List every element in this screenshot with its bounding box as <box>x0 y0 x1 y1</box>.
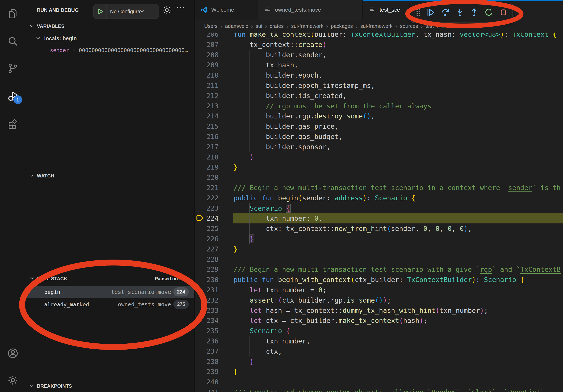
code-line[interactable]: 241/// Creates and shares system objects… <box>195 387 563 392</box>
code-line[interactable]: 230public fun begin_with_context(ctx_bui… <box>195 274 563 285</box>
breadcrumb-item[interactable]: adamwelc <box>225 23 248 29</box>
code-line[interactable]: 208 builder.sender, <box>195 50 563 60</box>
chevron-down-icon[interactable] <box>36 35 41 40</box>
breadcrumb-item[interactable]: packages <box>331 23 353 29</box>
breadcrumb-item[interactable]: crates <box>270 23 284 29</box>
chevron-down-icon[interactable] <box>29 383 34 388</box>
breadcrumb-item[interactable]: Users <box>204 23 218 29</box>
code-line[interactable]: 231 let txn_number = 0; <box>195 285 563 295</box>
code-line[interactable]: 214 builder.rgp.destroy_some(), <box>195 111 563 121</box>
watch-section-header[interactable]: WATCH <box>37 173 54 179</box>
line-number[interactable]: 215 <box>195 121 218 131</box>
play-icon[interactable] <box>96 8 104 15</box>
tab-owned-tests[interactable]: owned_tests.move <box>258 0 362 20</box>
settings-gear-icon[interactable] <box>5 372 21 388</box>
tab-welcome[interactable]: Welcome <box>195 0 258 20</box>
gear-icon[interactable] <box>162 5 172 15</box>
line-number[interactable]: 207 <box>195 39 218 50</box>
code-line[interactable]: 234 let ctx = ctx_builder.make_tx_contex… <box>195 315 563 326</box>
code-line[interactable]: 240 <box>195 377 563 387</box>
line-number[interactable]: 229 <box>195 264 218 274</box>
line-number[interactable]: 233 <box>195 305 218 316</box>
call-stack-frame[interactable]: already_markedowned_tests.move275 <box>26 298 194 311</box>
code-line[interactable]: 221/// Begin a new multi-transaction tes… <box>195 183 563 193</box>
code-line[interactable]: 226 } <box>195 234 563 244</box>
line-number[interactable]: 213 <box>195 101 218 111</box>
code-line[interactable]: 233 let hash = tx_context::dummy_tx_hash… <box>195 305 563 316</box>
line-number[interactable]: 212 <box>195 91 218 101</box>
line-number[interactable]: 220 <box>195 172 218 183</box>
code-line[interactable]: 239} <box>195 366 563 377</box>
code-line[interactable]: 235 Scenario { <box>195 326 563 336</box>
line-number[interactable]: 231 <box>195 285 218 295</box>
breadcrumb-item[interactable]: sui-framework <box>360 23 393 29</box>
code-line[interactable]: 225 ctx: tx_context::new_from_hint(sende… <box>195 223 563 234</box>
line-number[interactable]: 235 <box>195 326 218 336</box>
line-number[interactable]: 221 <box>195 183 218 193</box>
line-number[interactable]: 219 <box>195 162 218 172</box>
restart-button[interactable] <box>482 5 496 21</box>
code-line[interactable]: 224 txn_number: 0, <box>195 213 563 223</box>
stop-button[interactable] <box>496 5 511 21</box>
code-line[interactable]: 217 builder.sponsor, <box>195 142 563 152</box>
code-line[interactable]: 228 <box>195 254 563 264</box>
code-line[interactable]: 220 <box>195 172 563 183</box>
code-line[interactable]: 216 builder.gas_budget, <box>195 131 563 142</box>
variable-row[interactable]: sender = 0000000000000000000000000000000… <box>50 47 188 53</box>
drag-gripper[interactable] <box>413 5 423 21</box>
line-number[interactable]: 222 <box>195 193 218 203</box>
line-number[interactable]: 241 <box>195 387 218 392</box>
line-number[interactable]: 214 <box>195 111 218 121</box>
code-line[interactable]: 207 tx_context::create( <box>195 39 563 50</box>
code-line[interactable]: 227} <box>195 244 563 254</box>
breadcrumb-file[interactable]: te <box>449 23 454 29</box>
code-line[interactable]: 222public fun begin(sender: address): Sc… <box>195 193 563 203</box>
code-line[interactable]: 212 builder.ids_created, <box>195 91 563 101</box>
extensions-icon[interactable] <box>5 116 21 132</box>
line-number[interactable]: 239 <box>195 366 218 377</box>
line-number[interactable]: 218 <box>195 152 218 162</box>
code-line[interactable]: 210 builder.epoch, <box>195 70 563 80</box>
code-line[interactable]: 209 tx_hash, <box>195 60 563 70</box>
breadcrumb-item[interactable]: sui <box>256 23 262 29</box>
line-number[interactable]: 211 <box>195 80 218 91</box>
debug-config-dropdown[interactable]: No Configura <box>93 4 159 19</box>
line-number[interactable]: 209 <box>195 60 218 70</box>
breakpoints-section-header[interactable]: BREAKPOINTS <box>37 383 72 389</box>
code-line[interactable]: 229/// Begin a new multi-transaction tes… <box>195 264 563 274</box>
code-line[interactable]: 215 builder.gas_price, <box>195 121 563 131</box>
chevron-down-icon[interactable] <box>29 173 34 178</box>
line-number[interactable]: 234 <box>195 315 218 326</box>
step-out-button[interactable] <box>467 5 482 21</box>
line-number[interactable]: 238 <box>195 356 218 367</box>
line-number[interactable]: 240 <box>195 377 218 387</box>
line-number[interactable]: 237 <box>195 346 218 356</box>
code-line[interactable]: 213 // rgp must be set from the caller a… <box>195 101 563 111</box>
step-over-button[interactable] <box>438 5 452 21</box>
breadcrumb-item[interactable]: sources <box>400 23 418 29</box>
variables-section-header[interactable]: VARIABLES <box>37 24 64 29</box>
chevron-down-icon[interactable] <box>29 276 34 281</box>
chevron-down-icon[interactable] <box>29 23 34 28</box>
code-line[interactable]: 223 Scenario { <box>195 203 563 213</box>
continue-button[interactable] <box>423 5 438 21</box>
breadcrumb-item[interactable]: sui-framework <box>291 23 323 29</box>
line-number[interactable]: 223 <box>195 203 218 213</box>
breadcrumb-item[interactable]: test <box>425 23 434 29</box>
line-number[interactable]: 217 <box>195 142 218 152</box>
code-line[interactable]: 232 assert!(ctx_builder.rgp.is_some()); <box>195 295 563 305</box>
variables-scope-label[interactable]: locals: begin <box>44 36 77 42</box>
code-line[interactable]: 236 txn_number, <box>195 336 563 346</box>
source-control-icon[interactable] <box>5 60 21 76</box>
line-number[interactable]: 208 <box>195 50 218 60</box>
call-stack-section-header[interactable]: CALL STACK <box>37 276 67 281</box>
code-line[interactable]: 219} <box>195 162 563 172</box>
line-number[interactable]: 225 <box>195 223 218 234</box>
line-number[interactable]: 227 <box>195 244 218 254</box>
call-stack-frame[interactable]: begintest_scenario.move224 <box>26 286 194 298</box>
code-line[interactable]: 238 } <box>195 356 563 367</box>
search-icon[interactable] <box>5 33 21 49</box>
code-line[interactable]: 211 builder.epoch_timestamp_ms, <box>195 80 563 91</box>
code-line[interactable]: 218 ) <box>195 152 563 162</box>
line-number[interactable]: 232 <box>195 295 218 305</box>
